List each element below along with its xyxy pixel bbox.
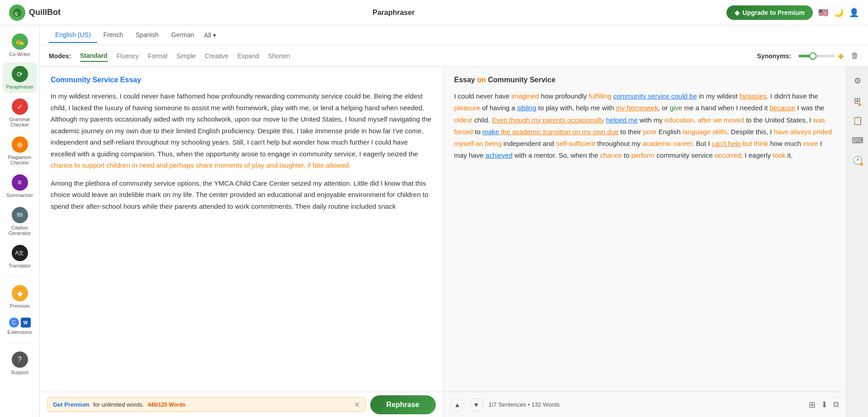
navbar: Q QuillBot Paraphraser ◆ Upgrade to Prem… <box>0 0 868 25</box>
out-seg-28: I eagerly <box>743 151 773 159</box>
out-seg-2: how profoundly <box>539 92 589 100</box>
lang-tab-french[interactable]: French <box>97 28 130 43</box>
out-seg-oldest: oldest <box>454 116 472 124</box>
user-account-button[interactable]: 👤 <box>849 8 859 18</box>
out-seg-13: with my <box>638 116 665 124</box>
sidebar-item-citation-generator[interactable]: 99 Citation Generator <box>3 203 37 239</box>
out-seg-fantasies: fantasies <box>740 92 767 100</box>
out-seg-give: give <box>670 104 682 112</box>
sidebar-item-summarizer[interactable]: ≡ Summarizer <box>3 171 37 201</box>
out-seg-17: to their <box>618 128 643 136</box>
bottom-bar-right: ▲ ▼ 1/7 Sentences • 132 Words ⊞ ⬇ ⧉ <box>443 392 847 417</box>
sidebar-item-grammar-checker[interactable]: ✓ Grammar Checker <box>3 95 37 131</box>
out-seg-20: independent and <box>502 140 556 147</box>
out-seg-poor: poor <box>643 128 656 136</box>
lang-tab-all[interactable]: All ▾ <box>200 28 220 42</box>
out-seg-but-think: but think <box>741 140 768 147</box>
chevron-down-icon: ▾ <box>213 32 216 39</box>
sidebar-item-plagiarism-checker[interactable]: ⊕ Plagiarism Checker <box>3 133 37 169</box>
out-seg-29: it. <box>785 151 793 159</box>
sentence-nav: 1/7 Sentences <box>489 401 526 408</box>
diamond-icon: ◆ <box>735 9 740 16</box>
dark-mode-button[interactable]: 🌙 <box>834 8 844 18</box>
sidebar-item-support[interactable]: ? Support <box>3 348 37 379</box>
out-seg-4: in my wildest <box>697 92 739 100</box>
sidebar-label-summarizer: Summarizer <box>6 192 33 198</box>
out-seg-because: because <box>769 104 795 112</box>
sidebar-label-citation-generator: Citation Generator <box>5 225 34 236</box>
sidebar-item-translator[interactable]: A文 Translator <box>3 241 37 272</box>
prev-sentence-button[interactable]: ▲ <box>451 398 464 412</box>
grammar-checker-icon: ✓ <box>12 98 28 115</box>
word-warning: Get Premium for unlimited words. 446/125… <box>47 397 366 412</box>
synonyms-label: Synonyms: <box>757 52 791 60</box>
mode-expand[interactable]: Expand <box>237 51 259 61</box>
compare-button[interactable]: ⊞ <box>809 400 816 410</box>
synonyms-slider[interactable]: ◆ <box>798 52 844 60</box>
keyboard-button[interactable]: ⌨ <box>848 132 867 149</box>
warning-text: for unlimited words. <box>93 401 144 408</box>
out-seg-23: how much <box>768 140 803 147</box>
sidebar-item-extensions[interactable]: C W Extensions <box>3 314 37 338</box>
sidebar-label-paraphraser: Paraphraser <box>6 84 33 89</box>
download-button[interactable]: ⬇ <box>821 400 828 410</box>
settings-button[interactable]: ⚙ <box>850 72 865 89</box>
out-seg-fulfilling: fulfilling <box>589 92 611 100</box>
out-seg-27: community service <box>655 151 715 159</box>
close-warning-button[interactable]: ✕ <box>354 400 360 409</box>
out-seg-academic-career: academic career <box>642 140 692 147</box>
out-seg-community-service: community service could be <box>613 92 697 100</box>
slider-track[interactable] <box>798 55 835 57</box>
output-title-on: on <box>477 76 486 84</box>
out-seg-22: . But I <box>692 140 712 147</box>
sidebar-item-paraphraser[interactable]: ⟳ Paraphraser <box>3 62 37 93</box>
mode-standard[interactable]: Standard <box>80 50 108 62</box>
out-seg-education: education, <box>665 116 696 124</box>
word-count-output: 132 Words <box>531 401 560 408</box>
out-seg-chance: chance <box>600 151 622 159</box>
svg-text:Q: Q <box>15 11 18 15</box>
copy-button[interactable]: ⧉ <box>833 400 839 409</box>
out-seg-after-we-moved: after we moved <box>698 116 744 124</box>
mode-formal[interactable]: Formal <box>148 51 168 61</box>
mode-creative[interactable]: Creative <box>205 51 228 61</box>
modes-bar: Modes: Standard Fluency Formal Simple Cr… <box>40 45 868 67</box>
out-seg-cant-help: can't help <box>712 140 741 147</box>
input-panel-body[interactable]: Community Service Essay In my wildest re… <box>40 67 443 392</box>
chrome-icon: C <box>9 318 19 328</box>
upgrade-button[interactable]: ◆ Upgrade to Premium <box>726 5 813 20</box>
output-panel-body: Essay on Community Service I could never… <box>443 67 847 392</box>
lang-tab-german[interactable]: German <box>165 28 201 43</box>
page-title: Paraphraser <box>373 9 415 17</box>
out-seg-15: to the United States, I <box>744 116 813 124</box>
out-seg-more: more <box>803 140 818 147</box>
word-icon: W <box>21 318 31 328</box>
input-paragraph-1: In my wildest reveries, I could never ha… <box>51 90 432 171</box>
sidebar-item-co-writer[interactable]: ✍ Co-Writer <box>3 30 37 61</box>
next-sentence-button[interactable]: ▼ <box>470 398 483 412</box>
input-panel-title: Community Service Essay <box>51 76 432 84</box>
network-button[interactable]: ⊞ <box>850 92 864 109</box>
sidebar-item-premium[interactable]: ◆ Premium <box>3 281 37 312</box>
notes-button[interactable]: 📋 <box>849 112 866 129</box>
lang-tab-english[interactable]: English (US) <box>49 28 97 43</box>
mode-fluency[interactable]: Fluency <box>117 51 139 61</box>
get-premium-link[interactable]: Get Premium <box>53 401 90 408</box>
sidebar-label-grammar-checker: Grammar Checker <box>5 117 34 127</box>
mode-simple[interactable]: Simple <box>176 51 196 61</box>
mode-shorten[interactable]: Shorten <box>268 51 290 61</box>
sidebar-label-premium: Premium <box>9 303 29 309</box>
out-seg-make: make <box>482 128 499 136</box>
history-button[interactable]: 🕐 <box>849 152 866 169</box>
lang-tab-spanish[interactable]: Spanish <box>129 28 165 43</box>
logo[interactable]: Q QuillBot <box>9 5 61 21</box>
clear-button[interactable]: 🗑 <box>851 51 859 61</box>
extensions-icons: C W <box>9 318 31 328</box>
sidebar: ✍ Co-Writer ⟳ Paraphraser ✓ Grammar Chec… <box>0 25 40 417</box>
sidebar-label-support: Support <box>11 370 28 375</box>
logo-text: QuillBot <box>29 8 61 17</box>
flag-button[interactable]: 🇺🇸 <box>818 8 828 18</box>
rephrase-button[interactable]: Rephrase <box>370 395 436 414</box>
plagiarism-checker-icon: ⊕ <box>12 136 28 153</box>
sidebar-label-plagiarism-checker: Plagiarism Checker <box>5 155 34 165</box>
